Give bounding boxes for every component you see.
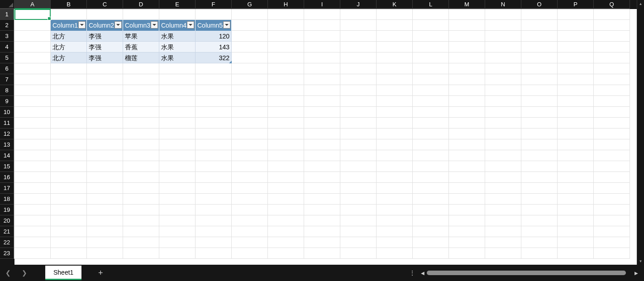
row-header-20[interactable]: 20: [0, 215, 14, 226]
row-header-10[interactable]: 10: [0, 107, 14, 118]
table-cell[interactable]: 李强: [87, 42, 123, 52]
table-cell[interactable]: 李强: [87, 52, 123, 63]
col-header-I[interactable]: I: [304, 0, 340, 9]
table-cell[interactable]: 水果: [159, 52, 196, 63]
col-header-D[interactable]: D: [123, 0, 159, 9]
col-header-Q[interactable]: Q: [594, 0, 630, 9]
table-cell[interactable]: 北方: [51, 42, 87, 52]
table-cell[interactable]: 榴莲: [123, 52, 159, 63]
table-cell[interactable]: 苹果: [123, 31, 159, 42]
col-header-J[interactable]: J: [340, 0, 377, 9]
scroll-up-icon[interactable]: ▲: [637, 0, 644, 7]
tab-nav-next-icon[interactable]: ❯: [16, 265, 33, 281]
filter-dropdown-icon[interactable]: [114, 21, 122, 29]
row-header-2[interactable]: 2: [0, 20, 14, 31]
row-header-9[interactable]: 9: [0, 96, 14, 107]
col-header-E[interactable]: E: [159, 0, 196, 9]
row-header-23[interactable]: 23: [0, 248, 14, 259]
table-header-cell[interactable]: Column4: [159, 20, 196, 31]
table-header-label: Column5: [197, 22, 223, 29]
row-header-17[interactable]: 17: [0, 183, 14, 194]
vertical-scrollbar[interactable]: ▲ ▼: [637, 0, 644, 265]
sheet-tab-bar: ❮ ❯ Sheet1 + ⋮ ◀ ▶: [0, 265, 644, 281]
table-cell[interactable]: 120: [196, 31, 232, 42]
col-header-M[interactable]: M: [449, 0, 485, 9]
col-header-G[interactable]: G: [232, 0, 268, 9]
row-header-5[interactable]: 5: [0, 52, 14, 63]
row-header-3[interactable]: 3: [0, 31, 14, 42]
table-cell[interactable]: 北方: [51, 52, 87, 63]
col-header-N[interactable]: N: [485, 0, 521, 9]
col-header-C[interactable]: C: [87, 0, 123, 9]
horizontal-scrollbar[interactable]: ◀ ▶: [419, 270, 640, 276]
row-header-15[interactable]: 15: [0, 161, 14, 172]
table-resize-handle[interactable]: [229, 61, 232, 63]
col-header-B[interactable]: B: [51, 0, 87, 9]
add-sheet-button[interactable]: +: [91, 268, 110, 278]
table-header-label: Column1: [52, 22, 78, 29]
row-header-11[interactable]: 11: [0, 118, 14, 129]
table-cell[interactable]: 香蕉: [123, 42, 159, 52]
row-header-16[interactable]: 16: [0, 172, 14, 183]
table-header-cell[interactable]: Column5: [196, 20, 232, 31]
col-header-L[interactable]: L: [413, 0, 449, 9]
filter-dropdown-icon[interactable]: [78, 21, 86, 29]
table-header-label: Column3: [125, 22, 150, 29]
select-all-corner[interactable]: [0, 0, 14, 9]
table-cell[interactable]: 水果: [159, 31, 196, 42]
filter-dropdown-icon[interactable]: [187, 21, 194, 29]
row-header-19[interactable]: 19: [0, 205, 14, 215]
table-cell[interactable]: 143: [196, 42, 232, 52]
table-header-cell[interactable]: Column3: [123, 20, 159, 31]
row-header-13[interactable]: 13: [0, 139, 14, 150]
scroll-right-icon[interactable]: ▶: [632, 271, 640, 276]
table-cell[interactable]: 李强: [87, 31, 123, 42]
row-header-6[interactable]: 6: [0, 63, 14, 74]
scroll-down-icon[interactable]: ▼: [637, 257, 644, 265]
sheet-tab-active[interactable]: Sheet1: [45, 266, 81, 280]
hscroll-thumb[interactable]: [427, 271, 626, 275]
row-header-12[interactable]: 12: [0, 129, 14, 139]
tab-nav-prev-icon[interactable]: ❮: [0, 265, 16, 281]
table-header-label: Column4: [161, 22, 186, 29]
col-header-F[interactable]: F: [196, 0, 232, 9]
more-options-icon[interactable]: ⋮: [406, 269, 419, 276]
row-header-8[interactable]: 8: [0, 85, 14, 96]
col-header-A[interactable]: A: [14, 0, 51, 9]
table-header-cell[interactable]: Column1: [51, 20, 87, 31]
row-header-14[interactable]: 14: [0, 150, 14, 161]
table-cell[interactable]: 北方: [51, 31, 87, 42]
col-header-O[interactable]: O: [521, 0, 558, 9]
col-header-P[interactable]: P: [558, 0, 594, 9]
row-header-1[interactable]: 1: [0, 9, 14, 20]
table-cell[interactable]: 水果: [159, 42, 196, 52]
table-header-label: Column2: [89, 22, 114, 29]
filter-dropdown-icon[interactable]: [223, 21, 230, 29]
col-header-K[interactable]: K: [377, 0, 413, 9]
scroll-left-icon[interactable]: ◀: [419, 271, 427, 276]
row-header-4[interactable]: 4: [0, 42, 14, 52]
table-cell[interactable]: 322: [196, 52, 232, 63]
table-header-cell[interactable]: Column2: [87, 20, 123, 31]
row-header-18[interactable]: 18: [0, 194, 14, 205]
row-header-7[interactable]: 7: [0, 74, 14, 85]
row-header-21[interactable]: 21: [0, 226, 14, 237]
col-header-H[interactable]: H: [268, 0, 304, 9]
row-header-22[interactable]: 22: [0, 237, 14, 248]
active-cell-indicator: [14, 9, 51, 20]
filter-dropdown-icon[interactable]: [151, 21, 158, 29]
